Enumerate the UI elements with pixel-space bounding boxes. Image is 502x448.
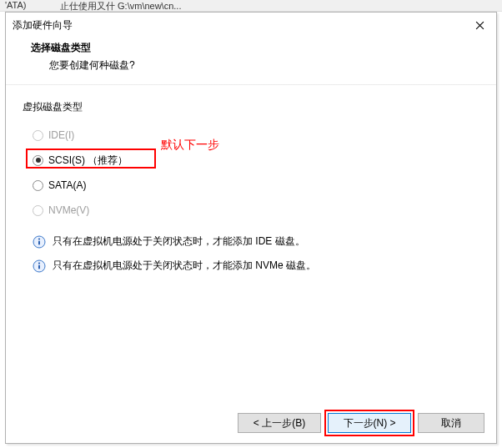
radio-label: SCSI(S) （推荐）: [48, 154, 128, 168]
titlebar: 添加硬件向导: [6, 13, 496, 38]
wizard-header-title: 选择磁盘类型: [31, 41, 496, 55]
wizard-header: 选择磁盘类型 您要创建何种磁盘?: [6, 38, 496, 84]
info-icon: [33, 235, 46, 249]
back-button[interactable]: < 上一步(B): [238, 413, 321, 433]
add-hardware-wizard-dialog: 添加硬件向导 选择磁盘类型 您要创建何种磁盘? 虚拟磁盘类型 IDE(I) SC…: [5, 12, 497, 444]
info-text: 只有在虚拟机电源处于关闭状态时，才能添加 IDE 磁盘。: [53, 234, 305, 249]
radio-icon: [33, 205, 43, 216]
background-text-left: 'ATA): [5, 0, 27, 10]
info-ide: 只有在虚拟机电源处于关闭状态时，才能添加 IDE 磁盘。: [33, 234, 481, 249]
next-button[interactable]: 下一步(N) >: [328, 413, 411, 433]
svg-point-1: [38, 238, 40, 239]
dialog-title: 添加硬件向导: [13, 18, 463, 33]
close-button[interactable]: [463, 13, 496, 38]
info-nvme: 只有在虚拟机电源处于关闭状态时，才能添加 NVMe 磁盘。: [33, 259, 481, 273]
svg-rect-5: [38, 264, 40, 269]
radio-ide: IDE(I): [33, 123, 481, 148]
radio-icon: [33, 180, 43, 191]
info-block: 只有在虚拟机电源处于关闭状态时，才能添加 IDE 磁盘。 只有在虚拟机电源处于关…: [21, 223, 481, 273]
radio-icon: [33, 130, 43, 141]
radio-label: NVMe(V): [48, 204, 89, 216]
close-icon: [475, 21, 484, 30]
radio-scsi[interactable]: SCSI(S) （推荐）: [33, 148, 481, 173]
disk-type-group-label: 虚拟磁盘类型: [23, 100, 481, 114]
info-icon: [33, 259, 46, 273]
dialog-body: 虚拟磁盘类型 IDE(I) SCSI(S) （推荐） SATA(A) NVMe(…: [6, 85, 496, 273]
radio-icon: [33, 155, 43, 166]
svg-rect-2: [38, 240, 40, 244]
radio-sata[interactable]: SATA(A): [33, 173, 481, 198]
radio-label: SATA(A): [48, 179, 87, 191]
annotation-text: 默认下一步: [161, 138, 219, 153]
radio-label: IDE(I): [48, 129, 74, 141]
radio-nvme: NVMe(V): [33, 198, 481, 223]
wizard-header-subtitle: 您要创建何种磁盘?: [31, 58, 496, 73]
background-text: 止仕使用又什 G:\vm\new\cn...: [60, 0, 181, 13]
svg-point-4: [38, 262, 40, 264]
info-text: 只有在虚拟机电源处于关闭状态时，才能添加 NVMe 磁盘。: [53, 259, 316, 273]
cancel-button[interactable]: 取消: [418, 413, 484, 433]
disk-type-options: IDE(I) SCSI(S) （推荐） SATA(A) NVMe(V): [21, 123, 481, 223]
wizard-buttons: < 上一步(B) 下一步(N) > 取消: [238, 413, 484, 433]
